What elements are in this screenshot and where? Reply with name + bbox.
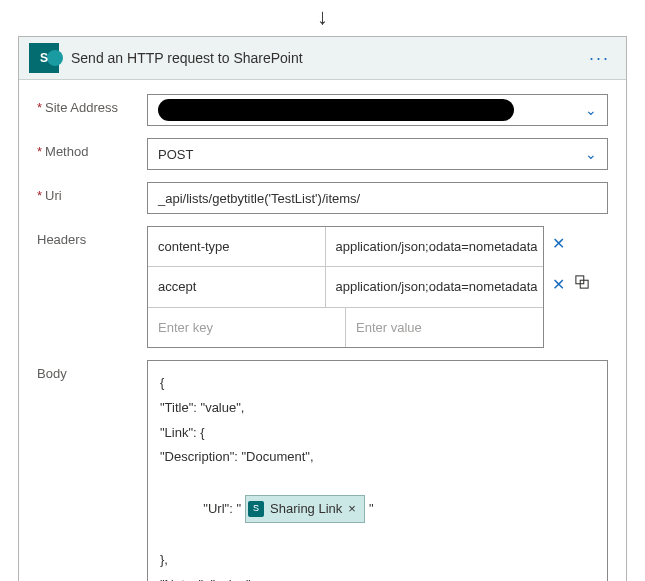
row-method: Method POST ⌄ [37, 138, 608, 170]
arrow-down-icon: ↓ [317, 4, 328, 30]
row-site-address: Site Address ⌄ [37, 94, 608, 126]
header-key[interactable]: content-type [148, 227, 326, 266]
header-value[interactable]: application/json;odata=nometadata [326, 267, 544, 306]
header-row-empty: Enter key Enter value [148, 307, 543, 347]
uri-value: _api/lists/getbytitle('TestList')/items/ [158, 191, 360, 206]
header-key[interactable]: accept [148, 267, 326, 306]
label-body: Body [37, 360, 147, 581]
chevron-down-icon[interactable]: ⌄ [577, 146, 597, 162]
card-header[interactable]: S Send an HTTP request to SharePoint ··· [19, 37, 626, 80]
headers-table: content-type application/json;odata=nome… [147, 226, 544, 348]
uri-input[interactable]: _api/lists/getbytitle('TestList')/items/ [147, 182, 608, 214]
method-value: POST [158, 147, 577, 162]
dynamic-token-sharing-link[interactable]: SSharing Link× [245, 495, 365, 524]
card-menu-button[interactable]: ··· [583, 48, 616, 69]
card-title: Send an HTTP request to SharePoint [71, 50, 583, 66]
header-row: accept application/json;odata=nometadata [148, 266, 543, 306]
remove-token-button[interactable]: × [348, 497, 356, 522]
header-value[interactable]: application/json;odata=nometadata [326, 227, 544, 266]
label-uri: Uri [37, 182, 147, 214]
label-headers: Headers [37, 226, 147, 348]
site-address-value-redacted [158, 99, 514, 121]
header-value-placeholder[interactable]: Enter value [346, 308, 543, 347]
label-method: Method [37, 138, 147, 170]
sharepoint-icon: S [29, 43, 59, 73]
row-headers: Headers content-type application/json;od… [37, 226, 608, 348]
label-site-address: Site Address [37, 94, 147, 126]
remove-header-button[interactable]: ✕ [552, 275, 565, 294]
action-card: S Send an HTTP request to SharePoint ···… [18, 36, 627, 581]
chevron-down-icon[interactable]: ⌄ [577, 102, 597, 118]
flow-arrow: ↓ [0, 0, 645, 36]
site-address-select[interactable]: ⌄ [147, 94, 608, 126]
body-url-line: "Url": "SSharing Link×" [160, 470, 595, 548]
sharepoint-icon: S [248, 501, 264, 517]
switch-mode-icon[interactable] [575, 275, 589, 292]
header-key-placeholder[interactable]: Enter key [148, 308, 346, 347]
card-body: Site Address ⌄ Method POST ⌄ Uri [19, 80, 626, 581]
header-row: content-type application/json;odata=nome… [148, 227, 543, 266]
method-select[interactable]: POST ⌄ [147, 138, 608, 170]
remove-header-button[interactable]: ✕ [552, 234, 565, 253]
token-label: Sharing Link [270, 497, 342, 522]
row-body: Body { "Title": "value", "Link": { "Desc… [37, 360, 608, 581]
body-input[interactable]: { "Title": "value", "Link": { "Descripti… [147, 360, 608, 581]
row-uri: Uri _api/lists/getbytitle('TestList')/it… [37, 182, 608, 214]
